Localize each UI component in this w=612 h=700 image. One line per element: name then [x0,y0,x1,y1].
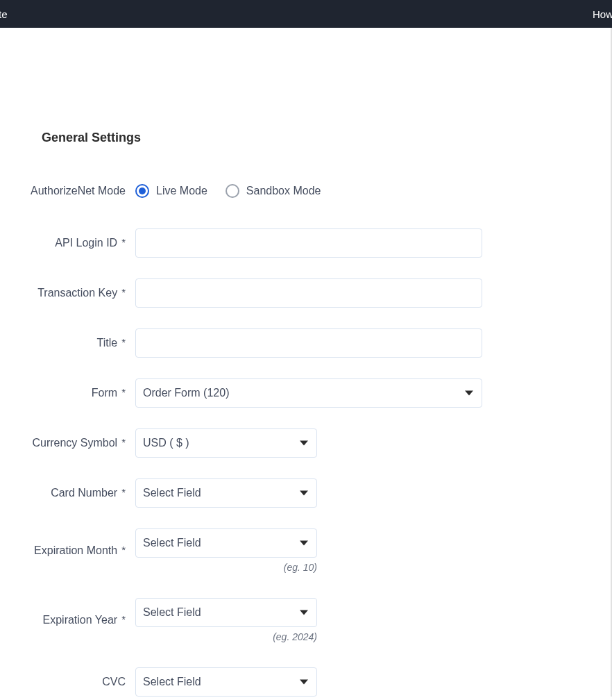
page-content: General Settings AuthorizeNet Mode Live … [0,28,612,697]
radio-sandbox-label: Sandbox Mode [246,185,321,197]
label-text: Title [97,337,118,349]
cvc-select[interactable]: Select Field [135,667,317,697]
label-form: Form * [0,387,135,399]
label-transaction-key: Transaction Key * [0,287,135,299]
title-input[interactable] [135,328,482,358]
label-card-number: Card Number * [0,487,135,499]
required-asterisk: * [121,486,126,498]
radio-live[interactable]: Live Mode [135,184,207,198]
row-cvc: CVC Select Field [0,667,612,697]
radio-live-indicator [135,184,149,198]
label-mode-text: AuthorizeNet Mode [31,185,126,197]
row-transaction-key: Transaction Key * [0,278,612,308]
required-asterisk: * [121,336,126,348]
general-settings-section: General Settings AuthorizeNet Mode Live … [0,28,612,697]
row-exp-month: Expiration Month * Select Field (eg. 10) [0,528,612,573]
exp-year-select-value: Select Field [143,606,201,619]
chevron-down-icon [300,610,308,615]
radio-sandbox[interactable]: Sandbox Mode [226,184,321,198]
label-exp-month: Expiration Month * [0,544,135,557]
card-number-select-value: Select Field [143,487,201,499]
currency-select[interactable]: USD ( $ ) [135,428,317,458]
section-title: General Settings [42,131,612,145]
chevron-down-icon [300,441,308,446]
label-api-login-id: API Login ID * [0,237,135,249]
row-form: Form * Order Form (120) [0,378,612,408]
radio-live-label: Live Mode [156,185,207,197]
topbar-right-fragment: How [593,8,612,20]
label-mode: AuthorizeNet Mode [0,185,135,197]
row-card-number: Card Number * Select Field [0,478,612,508]
cvc-select-value: Select Field [143,676,201,688]
topbar-left-fragment: te [0,8,8,20]
chevron-down-icon [300,680,308,685]
label-text: Expiration Month [34,544,117,557]
required-asterisk: * [121,286,126,298]
top-bar: te How [0,0,612,28]
label-text: Card Number [51,487,117,499]
label-text: Expiration Year [43,614,118,626]
chevron-down-icon [465,391,473,396]
row-mode: AuthorizeNet Mode Live Mode Sandbox Mode [0,184,612,198]
label-cvc: CVC [0,676,135,688]
row-currency: Currency Symbol * USD ( $ ) [0,428,612,458]
form-select-value: Order Form (120) [143,387,229,399]
label-text: CVC [102,676,126,688]
required-asterisk: * [121,544,126,556]
label-title: Title * [0,337,135,349]
label-text: API Login ID [55,237,117,249]
row-api-login-id: API Login ID * [0,228,612,258]
exp-month-helper: (eg. 10) [135,562,317,573]
row-title: Title * [0,328,612,358]
required-asterisk: * [121,436,126,448]
row-exp-year: Expiration Year * Select Field (eg. 2024… [0,598,612,642]
label-text: Form [92,387,117,399]
exp-year-select[interactable]: Select Field [135,598,317,627]
required-asterisk: * [121,236,126,248]
radio-sandbox-indicator [226,184,239,198]
transaction-key-input[interactable] [135,278,482,308]
required-asterisk: * [121,386,126,398]
card-number-select[interactable]: Select Field [135,478,317,508]
required-asterisk: * [121,613,126,625]
chevron-down-icon [300,491,308,496]
mode-options: Live Mode Sandbox Mode [135,184,321,198]
exp-month-select-value: Select Field [143,537,201,549]
form-select[interactable]: Order Form (120) [135,378,482,408]
chevron-down-icon [300,541,308,546]
exp-month-select[interactable]: Select Field [135,528,317,558]
api-login-id-input[interactable] [135,228,482,258]
label-currency: Currency Symbol * [0,437,135,449]
label-text: Currency Symbol [32,437,117,449]
currency-select-value: USD ( $ ) [143,437,189,449]
label-text: Transaction Key [37,287,117,299]
exp-year-helper: (eg. 2024) [135,631,317,642]
label-exp-year: Expiration Year * [0,614,135,626]
